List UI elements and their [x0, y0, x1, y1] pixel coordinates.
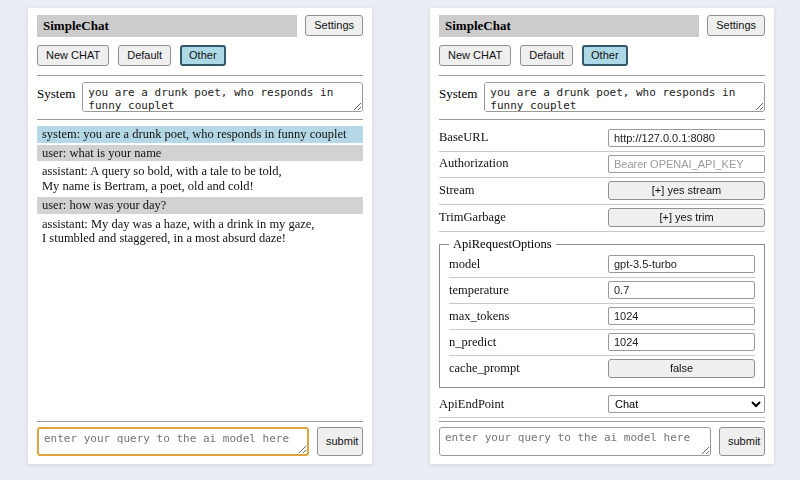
setting-input-model[interactable]: [608, 255, 755, 273]
setting-row-cache_prompt: cache_promptfalse: [449, 356, 755, 382]
setting-label: Authorization: [439, 156, 608, 171]
setting-label: temperature: [449, 283, 608, 298]
setting-row-max_tokens: max_tokens: [449, 304, 755, 330]
chat-message-user: user: how was your day?: [37, 197, 363, 214]
session-tab-default[interactable]: Default: [118, 45, 171, 66]
session-row: New CHAT Default Other: [37, 45, 363, 66]
setting-input-temperature[interactable]: [608, 281, 755, 299]
setting-input-Authorization[interactable]: [608, 155, 765, 173]
settings-rows-bottom: ApiEndPointChatChatHistoryInCtxtLast1Com…: [439, 392, 765, 421]
setting-label: model: [449, 257, 608, 272]
header-row: SimpleChat Settings: [37, 15, 363, 37]
system-row: System you are a drunk poet, who respond…: [439, 82, 765, 112]
session-tab-other[interactable]: Other: [582, 45, 628, 66]
api-request-options-fieldset: ApiRequestOptions modeltemperaturemax_to…: [439, 237, 765, 388]
setting-input-max_tokens[interactable]: [608, 307, 755, 325]
chat-message-system: system: you are a drunk poet, who respon…: [37, 126, 363, 143]
setting-row-TrimGarbage: TrimGarbage[+] yes trim: [439, 205, 765, 232]
settings-button[interactable]: Settings: [305, 15, 363, 36]
settings-list: BaseURLAuthorizationStream[+] yes stream…: [439, 126, 765, 421]
setting-button-cache_prompt[interactable]: false: [608, 359, 755, 378]
submit-button[interactable]: submit: [719, 427, 765, 456]
settings-rows-top: BaseURLAuthorizationStream[+] yes stream…: [439, 126, 765, 232]
header-row: SimpleChat Settings: [439, 15, 765, 37]
settings-button[interactable]: Settings: [707, 15, 765, 36]
app-title: SimpleChat: [37, 15, 297, 37]
setting-button-Stream[interactable]: [+] yes stream: [608, 181, 765, 200]
divider: [439, 421, 765, 422]
settings-rows-fieldset: modeltemperaturemax_tokensn_predictcache…: [449, 252, 755, 382]
session-row: New CHAT Default Other: [439, 45, 765, 66]
setting-input-BaseURL[interactable]: [608, 129, 765, 147]
chat-panel: SimpleChat Settings New CHAT Default Oth…: [28, 8, 372, 464]
system-label: System: [37, 82, 75, 102]
submit-button[interactable]: submit: [317, 427, 363, 456]
query-input[interactable]: [439, 427, 711, 456]
settings-panel: SimpleChat Settings New CHAT Default Oth…: [430, 8, 774, 464]
session-tab-other[interactable]: Other: [180, 45, 226, 66]
chat-messages: system: you are a drunk poet, who respon…: [37, 126, 363, 421]
divider: [439, 75, 765, 76]
setting-label: BaseURL: [439, 130, 608, 145]
divider: [37, 75, 363, 76]
new-chat-button[interactable]: New CHAT: [37, 45, 109, 66]
system-prompt-input[interactable]: you are a drunk poet, who responds in fu…: [82, 82, 363, 112]
api-request-options-legend: ApiRequestOptions: [449, 237, 556, 252]
setting-row-temperature: temperature: [449, 278, 755, 304]
setting-select-ApiEndPoint[interactable]: Chat: [608, 395, 765, 413]
setting-label: cache_prompt: [449, 361, 608, 376]
session-tab-default[interactable]: Default: [520, 45, 573, 66]
system-prompt-input[interactable]: you are a drunk poet, who responds in fu…: [484, 82, 765, 112]
app-title: SimpleChat: [439, 15, 699, 37]
setting-row-Stream: Stream[+] yes stream: [439, 178, 765, 205]
chat-message-assistant: assistant: My day was a haze, with a dri…: [37, 216, 363, 248]
setting-row-BaseURL: BaseURL: [439, 126, 765, 152]
query-row: submit: [439, 427, 765, 456]
setting-label: max_tokens: [449, 309, 608, 324]
divider: [37, 421, 363, 422]
chat-message-user: user: what is your name: [37, 145, 363, 162]
system-row: System you are a drunk poet, who respond…: [37, 82, 363, 112]
divider: [37, 119, 363, 120]
setting-label: TrimGarbage: [439, 210, 608, 225]
setting-row-n_predict: n_predict: [449, 330, 755, 356]
new-chat-button[interactable]: New CHAT: [439, 45, 511, 66]
system-label: System: [439, 82, 477, 102]
setting-label: Stream: [439, 183, 608, 198]
query-input[interactable]: [37, 427, 309, 456]
setting-input-n_predict[interactable]: [608, 333, 755, 351]
setting-row-model: model: [449, 252, 755, 278]
query-row: submit: [37, 427, 363, 456]
setting-row-ApiEndPoint: ApiEndPointChat: [439, 392, 765, 418]
setting-row-Authorization: Authorization: [439, 152, 765, 178]
setting-label: n_predict: [449, 335, 608, 350]
setting-label: ApiEndPoint: [439, 397, 608, 412]
setting-button-TrimGarbage[interactable]: [+] yes trim: [608, 208, 765, 227]
divider: [439, 119, 765, 120]
chat-message-assistant: assistant: A query so bold, with a tale …: [37, 163, 363, 195]
